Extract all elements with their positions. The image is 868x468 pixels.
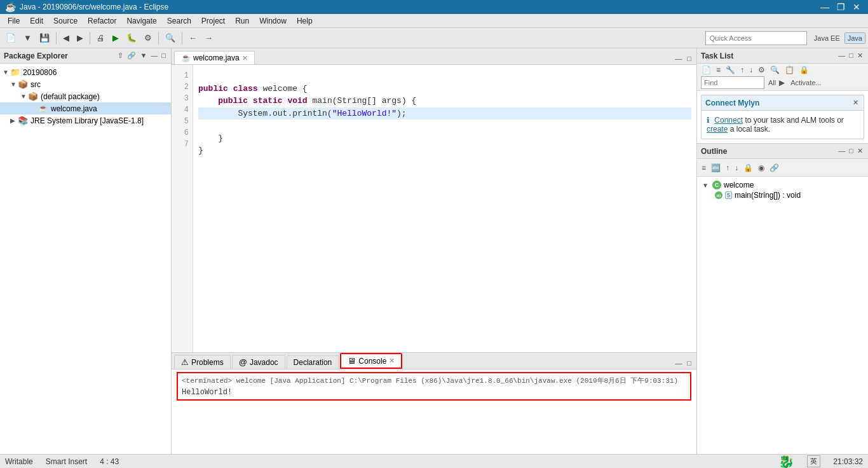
search-toolbar-button[interactable]: 🔍 — [162, 31, 179, 45]
welcome-java-tab[interactable]: ☕ welcome.java ✕ — [174, 51, 255, 64]
outline-close-icon[interactable]: ✕ — [856, 146, 864, 156]
restore-button[interactable]: ❐ — [834, 2, 848, 12]
main-layout: Package Explorer ⇧ 🔗 ▼ — □ ▼ 📁 20190806 … — [0, 48, 868, 454]
tree-item-src[interactable]: ▼ 📦 src — [0, 78, 171, 90]
outline-maximize-icon[interactable]: □ — [848, 146, 855, 156]
outline-btn-7[interactable]: 🔗 — [768, 163, 781, 173]
menu-item-run[interactable]: Run — [230, 15, 254, 27]
menu-item-edit[interactable]: Edit — [25, 15, 48, 27]
center-panel: ☕ welcome.java ✕ — □ 1 2 3 4 5 6 — [172, 48, 696, 454]
window-title: Java - 20190806/src/welcome.java - Eclip… — [20, 3, 168, 11]
java-ee-button[interactable]: Java EE — [811, 32, 843, 44]
outline-btn-4[interactable]: ↓ — [733, 163, 740, 173]
fwd-nav-button[interactable]: → — [201, 31, 216, 45]
task-btn-6[interactable]: ⚙ — [756, 65, 767, 75]
task-maximize-icon[interactable]: □ — [848, 51, 855, 60]
code-editor[interactable]: 1 2 3 4 5 6 7 public class welcome { pub… — [172, 65, 696, 352]
declaration-tab[interactable]: Declaration — [287, 355, 339, 369]
bottom-panel: ⚠ Problems @ Javadoc Declaration 🖥 Conso… — [172, 352, 696, 454]
outline-btn-2[interactable]: 🔤 — [709, 163, 722, 173]
console-tab-close[interactable]: ✕ — [389, 357, 395, 365]
outline-btn-1[interactable]: ≡ — [700, 163, 708, 173]
toolbar-sep-2 — [90, 32, 90, 45]
tab-close-button[interactable]: ✕ — [242, 54, 248, 62]
code-content[interactable]: public class welcome { public static voi… — [193, 65, 696, 352]
toolbar-btn-2[interactable]: ▼ — [20, 31, 35, 45]
connect-mylyn-panel: Connect Mylyn ✕ ℹ Connect to your task a… — [701, 95, 864, 139]
back-nav-button[interactable]: ← — [186, 31, 200, 45]
console-minimize-icon[interactable]: — — [674, 359, 683, 368]
menu-item-search[interactable]: Search — [162, 15, 196, 27]
print-button[interactable]: 🖨 — [93, 31, 108, 45]
tree-item-jre[interactable]: ▶ 📚 JRE System Library [JavaSE-1.8] — [0, 114, 171, 127]
writable-status: Writable — [5, 457, 33, 466]
maximize-panel-icon[interactable]: □ — [160, 51, 167, 60]
welcome-java-label: welcome.java — [51, 104, 97, 113]
new-task-button[interactable]: 📄 — [700, 65, 713, 75]
link-editor-icon[interactable]: 🔗 — [126, 51, 137, 60]
task-find-input[interactable] — [701, 76, 764, 89]
toolbar-sep-1 — [56, 32, 57, 45]
tree-item-welcome-java[interactable]: ☕ welcome.java — [0, 102, 171, 114]
outline-minimize-icon[interactable]: — — [837, 146, 846, 156]
menu-item-window[interactable]: Window — [254, 15, 292, 27]
task-btn-3[interactable]: 🔧 — [724, 65, 737, 75]
view-menu-icon[interactable]: ▼ — [139, 51, 148, 60]
tree-item-project[interactable]: ▼ 📁 20190806 — [0, 66, 171, 78]
panel-icons: ⇧ 🔗 ▼ — □ — [116, 51, 167, 60]
all-chevron-icon[interactable]: ▶ — [777, 78, 787, 88]
menu-item-file[interactable]: File — [3, 15, 25, 27]
outline-btn-6[interactable]: ◉ — [756, 163, 766, 173]
menu-item-project[interactable]: Project — [196, 15, 230, 27]
minimize-panel-icon[interactable]: — — [149, 51, 159, 60]
save-button[interactable]: 💾 — [36, 31, 53, 45]
editor-minimize-icon[interactable]: — — [674, 54, 683, 63]
problems-icon: ⚠ — [181, 357, 189, 367]
task-minimize-icon[interactable]: — — [837, 51, 846, 60]
connect-mylyn-close-icon[interactable]: ✕ — [851, 98, 860, 107]
system-tray: 🐉 — [778, 454, 794, 469]
task-btn-8[interactable]: 📋 — [783, 65, 796, 75]
run2-button[interactable]: ⚙ — [141, 31, 155, 45]
prev-button[interactable]: ◀ — [60, 31, 72, 45]
task-close-icon[interactable]: ✕ — [856, 51, 864, 60]
toolbar: 📄 ▼ 💾 ◀ ▶ 🖨 ▶ 🐛 ⚙ 🔍 ← → Java EE Java — [0, 28, 868, 48]
java-button[interactable]: Java — [844, 32, 865, 44]
close-button[interactable]: ✕ — [850, 2, 863, 12]
debug-button[interactable]: 🐛 — [123, 31, 140, 45]
javadoc-tab[interactable]: @ Javadoc — [232, 355, 285, 369]
outline-btn-5[interactable]: 🔒 — [742, 163, 755, 173]
connect-link[interactable]: Connect — [714, 116, 743, 125]
jre-label: JRE System Library [JavaSE-1.8] — [31, 116, 144, 125]
default-package-label: (default package) — [41, 92, 100, 101]
task-btn-4[interactable]: ↑ — [738, 65, 746, 75]
task-btn-2[interactable]: ≡ — [714, 65, 722, 75]
outline-class-item[interactable]: ▼ C welcome — [702, 181, 863, 189]
collapse-all-icon[interactable]: ⇧ — [116, 51, 125, 60]
console-tab[interactable]: 🖥 Console ✕ — [340, 353, 402, 369]
problems-tab[interactable]: ⚠ Problems — [174, 355, 231, 369]
line-numbers: 1 2 3 4 5 6 7 — [172, 65, 193, 352]
menu-item-refactor[interactable]: Refactor — [83, 15, 121, 27]
task-btn-7[interactable]: 🔍 — [768, 65, 782, 75]
menu-item-help[interactable]: Help — [292, 15, 318, 27]
task-btn-5[interactable]: ↓ — [747, 65, 755, 75]
minimize-button[interactable]: — — [818, 2, 832, 12]
editor-maximize-icon[interactable]: □ — [686, 54, 693, 63]
task-btn-9[interactable]: 🔒 — [797, 65, 811, 75]
quick-access-input[interactable] — [705, 31, 807, 45]
menu-item-navigate[interactable]: Navigate — [121, 15, 161, 27]
next-button[interactable]: ▶ — [74, 31, 86, 45]
run-button[interactable]: ▶ — [109, 31, 122, 45]
outline-btn-3[interactable]: ↑ — [724, 163, 731, 173]
problems-label: Problems — [191, 358, 224, 367]
tab-label: welcome.java — [193, 53, 240, 62]
outline-method-item[interactable]: m 5 main(String[]) : void — [702, 191, 863, 200]
method-circle-icon: m — [715, 191, 722, 199]
console-maximize-icon[interactable]: □ — [686, 359, 693, 368]
outline-header: Outline — □ ✕ — [697, 144, 868, 159]
menu-item-source[interactable]: Source — [48, 15, 83, 27]
create-link[interactable]: create — [707, 125, 728, 134]
new-button[interactable]: 📄 — [3, 31, 19, 45]
tree-item-default-package[interactable]: ▼ 📦 (default package) — [0, 90, 171, 102]
